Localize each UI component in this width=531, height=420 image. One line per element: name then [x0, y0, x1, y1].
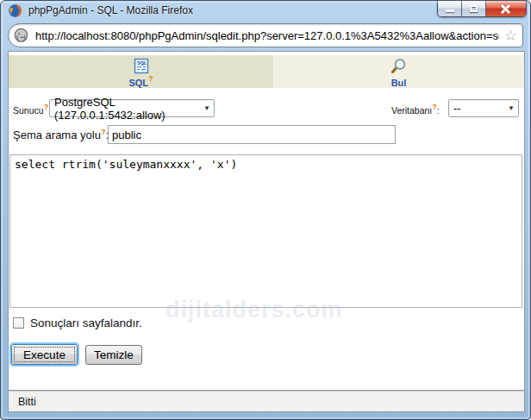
paginate-checkbox[interactable]: [13, 317, 24, 329]
svg-text:SQL: SQL: [137, 60, 147, 66]
url-text: http://localhost:8080/phpPgAdmin/sqledit…: [35, 29, 499, 42]
window-controls: [437, 1, 527, 17]
clear-button[interactable]: Temizle: [85, 345, 142, 365]
database-select-value: --: [453, 102, 461, 115]
maximize-button[interactable]: [462, 1, 486, 16]
server-database-row: Sunucu?: PostgreSQL (127.0.0.1:5432:allo…: [9, 97, 524, 119]
postgresql-favicon-icon: [13, 28, 29, 44]
window-title: phpPgAdmin - SQL - Mozilla Firefox: [28, 4, 193, 16]
status-bar: Bitti: [8, 391, 525, 412]
tab-bul-label: Bul: [391, 78, 407, 88]
sql-document-icon: SQL: [134, 58, 149, 74]
paginate-label: Sonuçları sayfalandır.: [30, 317, 142, 329]
button-row: Execute Temizle: [11, 344, 142, 365]
server-select[interactable]: PostgreSQL (127.0.0.1:5432:allow) ▼: [49, 99, 215, 117]
paginate-row: Sonuçları sayfalandır.: [13, 316, 142, 329]
navigation-bar: http://localhost:8080/phpPgAdmin/sqledit…: [8, 23, 523, 47]
url-bar[interactable]: http://localhost:8080/phpPgAdmin/sqledit…: [8, 23, 523, 47]
phppgadmin-page: SQL SQL? Bul Sunucu?: Postg: [8, 51, 525, 391]
maximize-icon: [470, 5, 478, 12]
magnifier-icon: [390, 58, 407, 74]
status-text: Bitti: [18, 396, 36, 408]
schema-search-path-label: Şema arama yolu?:: [13, 128, 109, 141]
close-button[interactable]: [486, 1, 526, 16]
firefox-window: phpPgAdmin - SQL - Mozilla Firefox http:…: [0, 0, 531, 420]
tab-sql[interactable]: SQL SQL?: [9, 55, 273, 88]
tab-sql-help-link[interactable]: ?: [148, 74, 153, 83]
dropdown-arrow-icon: ▼: [503, 104, 515, 112]
sql-query-textarea[interactable]: select rtrim('suleymanxxxx', 'x'): [9, 154, 522, 308]
tab-sql-label: SQL: [128, 78, 148, 88]
server-select-value: PostgreSQL (127.0.0.1:5432:allow): [54, 96, 198, 122]
bookmark-star-icon[interactable]: ☆: [504, 28, 517, 43]
minimize-icon: [446, 9, 454, 12]
schema-search-path-input[interactable]: [108, 125, 396, 144]
minimize-button[interactable]: [438, 1, 462, 16]
close-icon: [501, 4, 510, 14]
server-label: Sunucu?:: [13, 103, 51, 116]
tab-bar: SQL SQL? Bul: [9, 55, 524, 88]
database-label: Veritabanı?:: [391, 103, 440, 116]
dropdown-arrow-icon: ▼: [198, 104, 210, 112]
title-bar: phpPgAdmin - SQL - Mozilla Firefox: [1, 1, 530, 20]
database-select[interactable]: -- ▼: [448, 99, 519, 117]
firefox-icon: [8, 3, 22, 18]
tab-bul[interactable]: Bul: [273, 55, 524, 88]
schema-row: Şema arama yolu?:: [9, 124, 524, 145]
execute-button[interactable]: Execute: [11, 344, 78, 365]
